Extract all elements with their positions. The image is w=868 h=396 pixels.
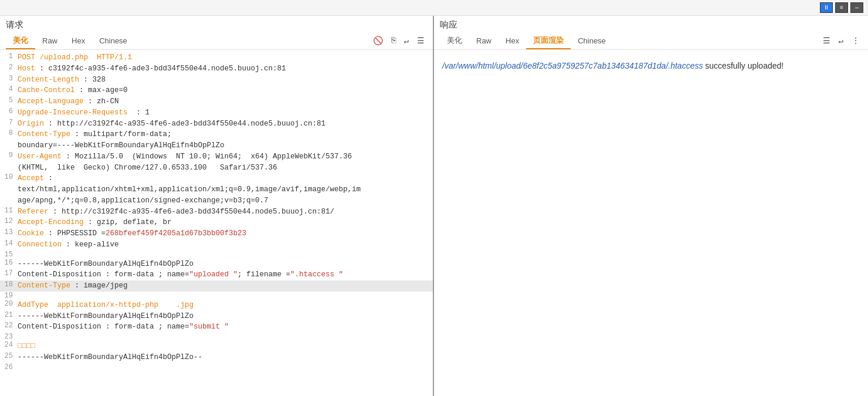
- tab-right-prettify[interactable]: 美化: [440, 33, 469, 49]
- left-tab-icons: 🚫 ⎘ ↵ ☰: [371, 35, 427, 48]
- right-panel-title: 响应: [440, 19, 862, 31]
- line-number: 16: [0, 259, 18, 270]
- table-row: 13Cookie : PHPSESSID =268bfeef459f4205a1…: [0, 228, 433, 239]
- left-panel-header: 请求 美化 Raw Hex Chinese 🚫 ⎘ ↵ ☰: [0, 16, 433, 50]
- table-row: 2Host : c3192f4c-a935-4fe6-ade3-bdd34f55…: [0, 63, 433, 75]
- line-content: Content-Type : multipart/form-data; boun…: [18, 129, 433, 151]
- line-number: 26: [0, 363, 18, 371]
- minimize-btn[interactable]: —: [850, 2, 863, 13]
- line-number: 22: [0, 321, 18, 333]
- tab-left-chinese[interactable]: Chinese: [92, 34, 134, 49]
- line-content: Cache-Control : max-age=0: [18, 85, 433, 96]
- table-row: 6Upgrade-Insecure-Requests : 1: [0, 107, 433, 119]
- response-text: /var/www/html/upload/6e8f2c5a9759257c7ab…: [434, 52, 868, 79]
- line-number: 23: [0, 333, 18, 341]
- line-number: 9: [0, 151, 18, 174]
- right-panel: 响应 美化 Raw Hex 页面渲染 Chinese ☰ ↵ ⋮ /var/ww…: [434, 16, 868, 396]
- table-row: 16------WebKitFormBoundaryAlHqEifn4bOpPl…: [0, 259, 433, 270]
- line-number: 20: [0, 300, 18, 311]
- line-content: Upgrade-Insecure-Requests : 1: [18, 107, 433, 119]
- wrap-icon[interactable]: ↵: [402, 35, 411, 47]
- line-content: Cookie : PHPSESSID =268bfeef459f4205a1d6…: [18, 228, 433, 239]
- line-number: 25: [0, 352, 18, 363]
- line-number: 3: [0, 75, 18, 86]
- line-content: [18, 333, 433, 341]
- right-tab-icons: ☰ ↵ ⋮: [820, 35, 862, 48]
- top-toolbar: ⏸ ≡ —: [0, 0, 868, 16]
- line-number: 2: [0, 63, 18, 75]
- layout-btn[interactable]: ≡: [835, 2, 848, 13]
- table-row: 5Accept-Language : zh-CN: [0, 96, 433, 107]
- right-wrap-icon[interactable]: ↵: [836, 35, 846, 47]
- table-row: 1POST /upload.php HTTP/1.1: [0, 52, 433, 63]
- line-number: 24: [0, 341, 18, 352]
- table-row: 22Content-Disposition : form-data ; name…: [0, 321, 433, 333]
- tab-left-raw[interactable]: Raw: [35, 34, 65, 49]
- table-row: 20AddType application/x-httpd-php .jpg: [0, 300, 433, 311]
- line-number: 19: [0, 292, 18, 300]
- line-content: [18, 292, 433, 300]
- line-number: 6: [0, 107, 18, 119]
- left-panel: 请求 美化 Raw Hex Chinese 🚫 ⎘ ↵ ☰ 1POST /upl…: [0, 16, 434, 396]
- line-content: User-Agent : Mozilla/5.0 (Windows NT 10.…: [18, 151, 433, 174]
- response-path: /var/www/html/upload/6e8f2c5a9759257c7ab…: [442, 61, 703, 70]
- line-content: Origin : http://c3192f4c-a935-4fe6-ade3-…: [18, 119, 433, 130]
- table-row: 17Content-Disposition : form-data ; name…: [0, 269, 433, 280]
- line-content: □□□□: [18, 341, 433, 352]
- line-content: Accept : text/html,application/xhtml+xml…: [18, 173, 433, 206]
- tab-right-chinese[interactable]: Chinese: [571, 34, 613, 49]
- main-split: 请求 美化 Raw Hex Chinese 🚫 ⎘ ↵ ☰ 1POST /upl…: [0, 16, 868, 396]
- menu-icon[interactable]: ☰: [415, 35, 427, 47]
- table-row: 19: [0, 292, 433, 300]
- line-content: Referer : http://c3192f4c-a935-4fe6-ade3…: [18, 207, 433, 218]
- line-number: 21: [0, 311, 18, 322]
- line-content: POST /upload.php HTTP/1.1: [18, 52, 433, 63]
- table-row: 24□□□□: [0, 341, 433, 352]
- table-row: 18Content-Type : image/jpeg: [0, 280, 433, 292]
- tab-left-hex[interactable]: Hex: [65, 34, 92, 49]
- line-content: Connection : keep-alive: [18, 239, 433, 251]
- eye-slash-icon[interactable]: 🚫: [371, 35, 385, 47]
- table-row: 9User-Agent : Mozilla/5.0 (Windows NT 10…: [0, 151, 433, 174]
- line-number: 11: [0, 207, 18, 218]
- line-number: 18: [0, 280, 18, 292]
- tab-right-raw[interactable]: Raw: [469, 34, 499, 49]
- right-menu-icon[interactable]: ☰: [820, 35, 833, 47]
- line-content: Accept-Language : zh-CN: [18, 96, 433, 107]
- left-tab-bar: 美化 Raw Hex Chinese 🚫 ⎘ ↵ ☰: [6, 33, 427, 49]
- line-content: [18, 251, 433, 259]
- line-content: AddType application/x-httpd-php .jpg: [18, 300, 433, 311]
- copy-icon[interactable]: ⎘: [389, 35, 398, 46]
- line-number: 5: [0, 96, 18, 107]
- table-row: 8Content-Type : multipart/form-data; bou…: [0, 129, 433, 151]
- table-row: 3Content-Length : 328: [0, 75, 433, 86]
- table-row: 15: [0, 251, 433, 259]
- line-number: 4: [0, 85, 18, 96]
- table-row: 23: [0, 333, 433, 341]
- line-number: 15: [0, 251, 18, 259]
- table-row: 21------WebKitFormBoundaryAlHqEifn4bOpPl…: [0, 311, 433, 322]
- tab-left-prettify[interactable]: 美化: [6, 33, 35, 49]
- table-row: 25------WebKitFormBoundaryAlHqEifn4bOpPl…: [0, 352, 433, 363]
- right-panel-header: 响应 美化 Raw Hex 页面渲染 Chinese ☰ ↵ ⋮: [434, 16, 868, 50]
- left-panel-title: 请求: [6, 19, 427, 31]
- right-dots-icon[interactable]: ⋮: [849, 35, 862, 47]
- right-content-area: /var/www/html/upload/6e8f2c5a9759257c7ab…: [434, 50, 868, 396]
- line-content: [18, 363, 433, 371]
- line-content: Accept-Encoding : gzip, deflate, br: [18, 217, 433, 228]
- table-row: 7Origin : http://c3192f4c-a935-4fe6-ade3…: [0, 119, 433, 130]
- line-number: 14: [0, 239, 18, 251]
- line-content: ------WebKitFormBoundaryAlHqEifn4bOpPlZo: [18, 311, 433, 322]
- table-row: 4Cache-Control : max-age=0: [0, 85, 433, 96]
- line-content: Content-Type : image/jpeg: [18, 280, 433, 292]
- line-number: 17: [0, 269, 18, 280]
- tab-right-render[interactable]: 页面渲染: [526, 33, 571, 49]
- line-content: Content-Disposition : form-data ; name="…: [18, 269, 433, 280]
- tab-right-hex[interactable]: Hex: [499, 34, 526, 49]
- line-number: 8: [0, 129, 18, 151]
- line-number: 7: [0, 119, 18, 130]
- line-content: Content-Length : 328: [18, 75, 433, 86]
- table-row: 10Accept : text/html,application/xhtml+x…: [0, 173, 433, 206]
- pause-btn[interactable]: ⏸: [820, 2, 833, 13]
- table-row: 11Referer : http://c3192f4c-a935-4fe6-ad…: [0, 207, 433, 218]
